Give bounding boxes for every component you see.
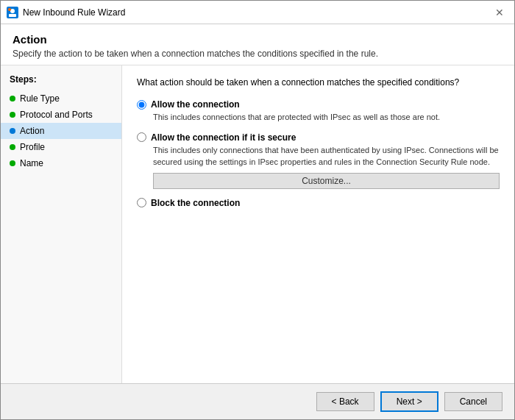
dot-icon-name bbox=[10, 160, 15, 166]
radio-block[interactable] bbox=[137, 198, 146, 207]
radio-label-allow-secure[interactable]: Allow the connection if it is secure bbox=[151, 132, 296, 143]
radio-label-row-allow: Allow the connection bbox=[137, 99, 500, 110]
main-panel: What action should be taken when a conne… bbox=[122, 65, 514, 383]
sidebar-item-rule-type[interactable]: Rule Type bbox=[1, 90, 121, 107]
sidebar-item-protocol-ports[interactable]: Protocol and Ports bbox=[1, 107, 121, 123]
sidebar-item-action[interactable]: Action bbox=[1, 123, 121, 139]
radio-allow[interactable] bbox=[137, 100, 146, 110]
radio-group: Allow the connection This includes conne… bbox=[137, 99, 500, 208]
sidebar-item-name[interactable]: Name bbox=[1, 155, 121, 171]
radio-description-allow: This includes connections that are prote… bbox=[153, 111, 500, 124]
svg-rect-2 bbox=[9, 14, 16, 17]
sidebar-item-profile[interactable]: Profile bbox=[1, 139, 121, 155]
radio-option-block: Block the connection bbox=[137, 198, 500, 208]
sidebar: Steps: Rule Type Protocol and Ports Acti… bbox=[1, 65, 122, 383]
radio-label-block[interactable]: Block the connection bbox=[151, 198, 240, 208]
content-area: Steps: Rule Type Protocol and Ports Acti… bbox=[1, 65, 514, 383]
sidebar-item-label-action: Action bbox=[20, 126, 44, 136]
radio-label-row-allow-secure: Allow the connection if it is secure bbox=[137, 132, 500, 143]
radio-description-allow-secure: This includes only connections that have… bbox=[153, 144, 500, 168]
next-button[interactable]: Next > bbox=[380, 391, 438, 412]
dot-icon-protocol-ports bbox=[10, 112, 15, 118]
sidebar-heading: Steps: bbox=[1, 71, 121, 90]
radio-label-row-block: Block the connection bbox=[137, 198, 500, 208]
cancel-button[interactable]: Cancel bbox=[444, 392, 502, 411]
dot-icon-action bbox=[10, 128, 15, 134]
customize-button[interactable]: Customize... bbox=[153, 173, 500, 189]
page-title: Action bbox=[13, 33, 502, 46]
sidebar-item-label-rule-type: Rule Type bbox=[20, 93, 60, 104]
question-text: What action should be taken when a conne… bbox=[137, 77, 500, 88]
page-subtitle: Specify the action to be taken when a co… bbox=[13, 49, 502, 59]
wizard-icon bbox=[7, 7, 18, 18]
title-bar-left: New Inbound Rule Wizard bbox=[7, 7, 125, 18]
sidebar-item-label-name: Name bbox=[20, 158, 43, 168]
radio-label-allow[interactable]: Allow the connection bbox=[151, 99, 240, 110]
window-title: New Inbound Rule Wizard bbox=[23, 7, 125, 18]
radio-option-allow-secure: Allow the connection if it is secure Thi… bbox=[137, 132, 500, 189]
sidebar-item-label-profile: Profile bbox=[20, 142, 45, 152]
back-button[interactable]: < Back bbox=[316, 392, 374, 411]
title-bar: New Inbound Rule Wizard ✕ bbox=[1, 1, 514, 24]
radio-option-allow: Allow the connection This includes conne… bbox=[137, 99, 500, 124]
page-header: Action Specify the action to be taken wh… bbox=[1, 24, 514, 65]
close-button[interactable]: ✕ bbox=[491, 4, 508, 21]
dot-icon-profile bbox=[10, 144, 15, 150]
wizard-window: New Inbound Rule Wizard ✕ Action Specify… bbox=[0, 0, 515, 420]
sidebar-item-label-protocol-ports: Protocol and Ports bbox=[20, 110, 93, 120]
radio-allow-secure[interactable] bbox=[137, 132, 146, 142]
footer: < Back Next > Cancel bbox=[1, 383, 514, 419]
svg-point-3 bbox=[8, 8, 11, 11]
dot-icon-rule-type bbox=[10, 96, 15, 102]
